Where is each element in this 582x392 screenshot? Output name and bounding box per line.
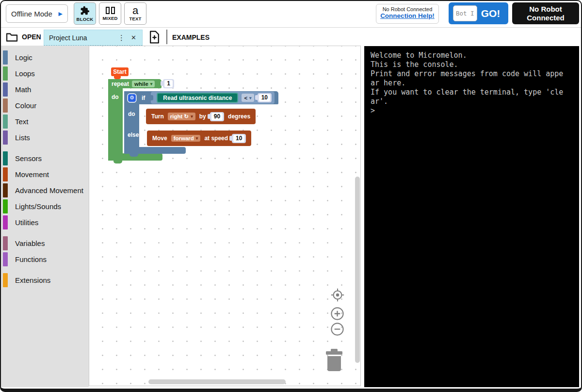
category-logic[interactable]: Logic — [0, 49, 89, 65]
mutator-gear-icon[interactable]: ⚙ — [128, 94, 136, 102]
category-advanced-movement[interactable]: Advanced Movement — [0, 182, 89, 198]
view-toggle-block[interactable]: BLOCK — [74, 2, 96, 25]
open-label: OPEN — [22, 33, 41, 41]
category-color-chip — [3, 114, 8, 129]
category-label: Movement — [15, 170, 49, 179]
category-label: Extensions — [15, 276, 50, 284]
workspace-vertical-scrollbar[interactable] — [355, 177, 360, 363]
category-variables[interactable]: Variables — [0, 235, 89, 251]
new-project-button[interactable] — [147, 30, 162, 45]
category-label: Loops — [15, 69, 35, 78]
category-label: Lists — [15, 133, 30, 142]
category-math[interactable]: Math — [0, 82, 89, 98]
comparison-operator-dropdown[interactable]: < ▾ — [242, 94, 254, 102]
category-label: Functions — [15, 255, 47, 263]
connection-mode-selector[interactable]: Offline Mode ▶ — [6, 4, 68, 23]
category-sensors[interactable]: Sensors — [0, 150, 89, 166]
chevron-down-icon: ▾ — [150, 82, 153, 86]
category-lights-sounds[interactable]: Lights/Sounds — [0, 198, 89, 214]
console-line: Print and error messages from code will … — [371, 69, 563, 88]
category-color-chip — [3, 82, 8, 97]
block-workspace[interactable]: Start repeat while ▾ 1 do ⚙ if Read ultr… — [89, 46, 361, 386]
view-toggle-block-label: BLOCK — [77, 16, 94, 22]
trash-button[interactable] — [324, 347, 344, 374]
trash-icon — [324, 347, 344, 372]
workspace-horizontal-scrollbar[interactable] — [148, 379, 286, 384]
category-color-chip — [3, 151, 8, 165]
turn-degrees-field[interactable]: 90 — [211, 113, 223, 120]
category-movement[interactable]: Movement — [0, 166, 89, 182]
move-speed-label: at speed — [204, 135, 228, 142]
repeat-count-field[interactable]: 1 — [164, 80, 173, 87]
turn-degrees-shadow-block[interactable]: 90 — [210, 112, 224, 121]
comparison-value-shadow-block[interactable]: 10 — [258, 93, 272, 102]
view-toggle-mixed[interactable]: MIXED — [99, 2, 121, 25]
category-label: Math — [15, 85, 31, 94]
chevron-down-icon: ▾ — [191, 114, 193, 119]
tab-close-icon[interactable]: ✕ — [127, 34, 137, 41]
robot-status-badge: No Robot Connected — [512, 2, 579, 24]
if-do-label: do — [128, 111, 135, 117]
move-speed-field[interactable]: 10 — [233, 135, 244, 142]
move-speed-shadow-block[interactable]: 10 — [232, 134, 246, 143]
bot-id-input[interactable] — [453, 5, 477, 21]
category-loops[interactable]: Loops — [0, 65, 89, 82]
plus-circle-icon — [330, 307, 344, 321]
zoom-in-button[interactable] — [330, 307, 344, 323]
ultrasonic-sensor-block[interactable]: Read ultrasonic distance — [157, 93, 238, 103]
chevron-down-icon: ▾ — [249, 96, 252, 100]
comparison-operator-value: < — [244, 95, 247, 101]
view-toggle-text-label: TEXT — [129, 16, 141, 21]
category-label: Logic — [15, 53, 32, 62]
category-utilities[interactable]: Utilities — [0, 214, 89, 230]
minus-circle-icon — [330, 322, 344, 336]
category-group-divider — [0, 230, 89, 235]
console-prompt: > — [371, 106, 563, 115]
zoom-reset-button[interactable] — [330, 287, 345, 305]
category-color-chip — [3, 183, 8, 197]
start-block-connector — [114, 76, 121, 79]
new-file-icon — [149, 31, 160, 44]
view-toggle-text[interactable]: a TEXT — [124, 2, 146, 25]
category-functions[interactable]: Functions — [0, 251, 89, 267]
connection-help-link[interactable]: Connection Help! — [376, 12, 438, 19]
console-line: Welcome to Micromelon. — [371, 51, 563, 60]
category-color-chip — [3, 50, 8, 65]
project-tab[interactable]: Project Luna ⋮ ✕ — [44, 30, 143, 46]
category-color-chip — [3, 236, 8, 250]
category-label: Variables — [15, 239, 45, 247]
repeat-block[interactable]: repeat while ▾ — [108, 79, 162, 88]
go-button[interactable]: GO! — [477, 8, 504, 19]
project-tab-title: Project Luna — [49, 34, 87, 42]
category-label: Sensors — [15, 154, 42, 163]
move-block[interactable]: Move forward ▾ at speed 10 — [147, 131, 251, 146]
repeat-mode-dropdown[interactable]: while ▾ — [132, 81, 155, 87]
examples-button[interactable]: EXAMPLES — [172, 30, 210, 45]
repeat-count-shadow-block[interactable]: 1 — [163, 79, 174, 88]
move-direction-value: forward — [174, 135, 194, 141]
zoom-out-button[interactable] — [330, 322, 344, 338]
category-label: Advanced Movement — [15, 186, 83, 195]
move-direction-dropdown[interactable]: forward ▾ — [171, 135, 201, 142]
repeat-block-body — [108, 79, 123, 161]
category-color-chip — [3, 273, 8, 287]
start-block[interactable]: Start — [111, 67, 129, 76]
comparison-block[interactable]: Read ultrasonic distance < ▾ 10 — [151, 92, 275, 104]
category-color-chip — [3, 66, 8, 81]
category-lists[interactable]: Lists — [0, 130, 89, 146]
turn-block[interactable]: Turn right ↻ ▾ by 90 degrees — [146, 109, 256, 124]
tab-menu-icon[interactable]: ⋮ — [116, 33, 127, 42]
category-text[interactable]: Text — [0, 114, 89, 130]
if-block-connector — [129, 154, 138, 157]
turn-by-label: by — [199, 113, 206, 120]
comparison-value-field[interactable]: 10 — [259, 94, 270, 101]
console-panel[interactable]: Welcome to Micromelon. This is the conso… — [364, 46, 579, 387]
category-colour[interactable]: Colour — [0, 98, 89, 114]
open-project-button[interactable]: OPEN — [6, 30, 41, 44]
view-toggle-mixed-label: MIXED — [102, 16, 117, 21]
category-extensions[interactable]: Extensions — [0, 272, 89, 288]
if-block[interactable]: ⚙ if Read ultrasonic distance < ▾ 10 — [124, 91, 278, 104]
turn-direction-dropdown[interactable]: right ↻ ▾ — [168, 113, 195, 120]
category-label: Utilities — [15, 218, 38, 227]
tab-bar-divider — [166, 30, 167, 44]
